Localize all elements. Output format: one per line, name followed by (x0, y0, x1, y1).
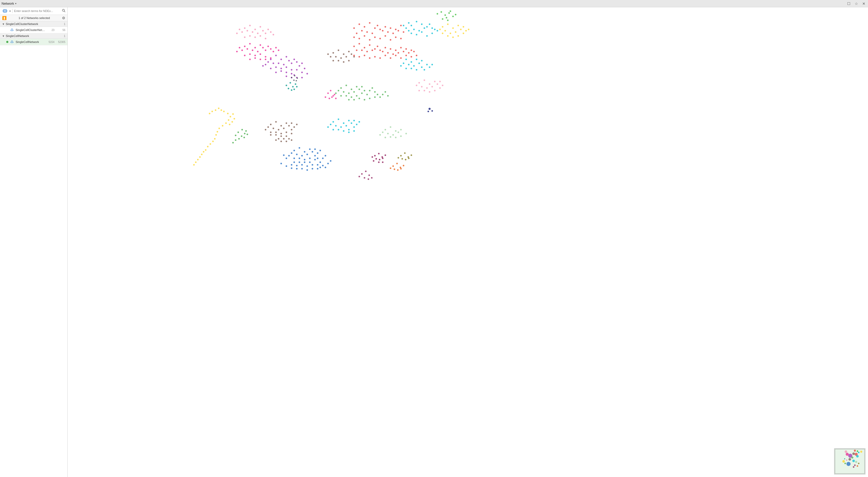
svg-point-169 (301, 62, 303, 64)
svg-point-116 (273, 34, 274, 35)
svg-point-130 (265, 50, 266, 51)
network-item-net1[interactable]: SingleCellClusterNetwork 23 56 (0, 27, 67, 33)
svg-point-379 (283, 138, 285, 140)
svg-point-80 (442, 26, 443, 28)
svg-point-38 (356, 33, 358, 34)
svg-point-266 (372, 87, 373, 89)
network-item-net2[interactable]: SingleCellNetwork 5154 52305 (0, 39, 67, 45)
svg-point-220 (369, 57, 370, 59)
svg-point-297 (292, 86, 294, 88)
svg-point-246 (431, 64, 433, 65)
svg-point-214 (408, 52, 409, 54)
svg-point-23 (448, 12, 450, 14)
svg-point-66 (424, 27, 425, 29)
collection-header-left: ▼ SingleCellClusterNetwork (2, 22, 38, 26)
svg-point-194 (359, 43, 360, 44)
svg-point-150 (273, 62, 274, 64)
svg-point-419 (314, 155, 316, 156)
svg-point-487 (429, 108, 431, 110)
svg-point-112 (236, 33, 238, 34)
svg-point-326 (212, 141, 214, 142)
svg-point-350 (235, 139, 237, 141)
svg-point-60 (410, 25, 412, 26)
svg-point-199 (366, 51, 368, 52)
cluster-navy-isolated (428, 108, 433, 112)
svg-point-454 (384, 129, 386, 130)
collection-header-col2[interactable]: ▼ SingleCellNetwork 1 (0, 33, 67, 39)
svg-point-517 (846, 459, 847, 460)
svg-point-306 (293, 80, 295, 81)
title-close-button[interactable]: ✕ (861, 1, 866, 6)
title-dropdown-arrow[interactable]: ▾ (15, 2, 17, 5)
network-list[interactable]: ▼ SingleCellClusterNetwork 1 (0, 21, 67, 477)
svg-point-433 (291, 164, 292, 166)
svg-point-234 (413, 65, 415, 67)
svg-point-357 (275, 121, 277, 123)
logo-dropdown-arrow[interactable]: ▾ (9, 10, 11, 12)
cluster-yellow-bottom-left (193, 108, 235, 166)
svg-point-176 (304, 68, 305, 69)
svg-point-461 (400, 129, 402, 130)
svg-point-119 (254, 47, 256, 49)
svg-point-260 (361, 92, 363, 94)
svg-point-337 (218, 108, 219, 109)
search-input[interactable] (14, 9, 60, 12)
network-edges: 52305 (56, 40, 65, 43)
svg-point-248 (345, 85, 347, 86)
svg-point-492 (368, 174, 370, 176)
svg-point-200 (372, 50, 373, 51)
settings-button[interactable]: ⚙ (62, 16, 65, 20)
svg-point-393 (351, 122, 352, 124)
svg-point-456 (395, 130, 397, 132)
svg-point-302 (296, 86, 298, 88)
title-bar: Network ▾ ☐ ☆ ✕ (0, 0, 868, 7)
svg-point-524 (855, 461, 857, 463)
svg-point-35 (361, 30, 363, 31)
selection-bar: ⏫ 1 of 2 Networks selected ⚙ (0, 15, 67, 21)
svg-point-465 (405, 133, 407, 135)
svg-point-280 (424, 80, 425, 81)
svg-point-309 (330, 90, 332, 91)
svg-point-84 (444, 30, 446, 31)
network-nodes: 5154 (46, 40, 54, 43)
title-square-button[interactable]: ☐ (846, 1, 851, 6)
svg-point-29 (447, 20, 448, 21)
svg-point-109 (259, 35, 261, 37)
svg-point-58 (395, 36, 397, 38)
svg-point-311 (329, 98, 330, 99)
svg-point-432 (296, 165, 298, 167)
svg-point-111 (244, 36, 246, 38)
svg-point-527 (853, 466, 855, 468)
svg-point-436 (317, 157, 318, 159)
svg-point-34 (374, 27, 376, 29)
svg-point-195 (364, 47, 365, 49)
collapse-button[interactable]: ⏫ (2, 16, 6, 20)
svg-point-134 (265, 56, 266, 58)
collection-header-col1[interactable]: ▼ SingleCellClusterNetwork 1 (0, 21, 67, 27)
svg-line-18 (12, 42, 13, 42)
svg-point-104 (262, 30, 264, 31)
svg-point-343 (231, 121, 233, 123)
svg-point-356 (270, 124, 272, 125)
svg-point-467 (379, 134, 381, 136)
svg-point-443 (306, 169, 308, 171)
svg-point-141 (249, 59, 251, 60)
svg-point-267 (374, 91, 376, 93)
svg-point-16 (11, 42, 11, 43)
svg-point-412 (306, 154, 308, 155)
svg-point-402 (356, 124, 358, 125)
svg-point-247 (340, 87, 342, 89)
ndex-logo (2, 8, 8, 13)
svg-point-43 (387, 31, 389, 33)
svg-point-56 (384, 35, 386, 37)
svg-point-493 (364, 177, 365, 179)
svg-point-44 (390, 27, 391, 29)
svg-point-78 (403, 25, 404, 26)
svg-point-93 (463, 33, 464, 34)
collection-count: 1 (64, 34, 65, 37)
svg-point-276 (382, 94, 383, 95)
app-title: Network (2, 2, 14, 5)
search-button[interactable] (61, 8, 66, 13)
svg-point-237 (421, 60, 423, 61)
title-star-button[interactable]: ☆ (854, 1, 859, 6)
